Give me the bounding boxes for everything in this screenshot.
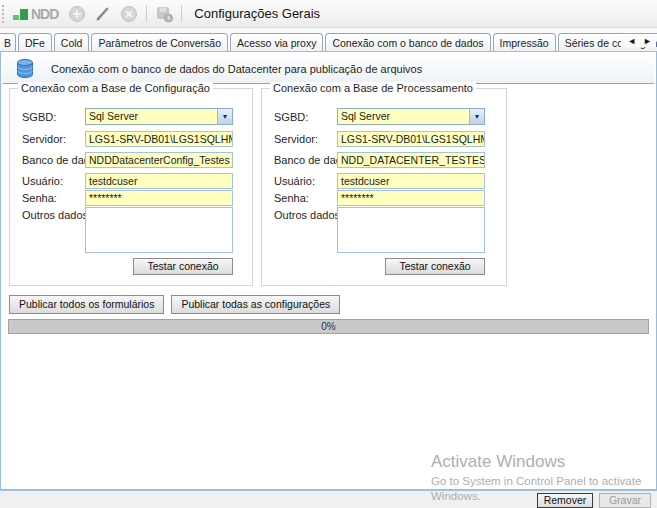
edit-button[interactable] (92, 3, 114, 25)
tab-impressao[interactable]: Impressão (493, 33, 556, 52)
servidor-input[interactable]: LGS1-SRV-DB01\LGS1SQLHMG01 (85, 131, 233, 147)
scroll-left-icon[interactable]: ◄ (627, 36, 636, 46)
datacenter-tab-page: Conexão com o banco de dados do Datacent… (0, 51, 657, 490)
sgbd-value: Sql Server (86, 109, 217, 124)
toolbar: NDD Configurações Gerais (0, 0, 657, 28)
toolbar-grip[interactable] (2, 5, 6, 23)
gravar-button[interactable]: Gravar (599, 493, 651, 508)
senha-label: Senha: (274, 192, 309, 204)
sgbd-label: SGBD: (22, 111, 56, 123)
scroll-right-icon[interactable]: ► (643, 36, 652, 46)
publicar-formularios-button[interactable]: Publicar todos os formulários (9, 295, 164, 314)
info-bar: Conexão com o banco de dados do Datacent… (3, 54, 654, 84)
save-icon (155, 5, 174, 23)
usuario-label: Usuário: (22, 175, 63, 187)
usuario-input[interactable]: testdcuser (85, 173, 233, 189)
sgbd-label: SGBD: (274, 111, 308, 123)
sgbd-value: Sql Server (338, 109, 469, 124)
senha-input[interactable]: ******** (85, 190, 233, 206)
ndd-logo-text: NDD (31, 6, 58, 22)
usuario-input[interactable]: testdcuser (337, 173, 485, 189)
outros-dados-input[interactable] (85, 207, 233, 253)
group-title: Conexão com a Base de Configuração (18, 82, 213, 94)
tab-parametros-conversao[interactable]: Parâmetros de Conversão (91, 33, 228, 52)
servidor-label: Servidor: (274, 133, 318, 145)
cancel-button[interactable] (118, 3, 140, 25)
publish-actions: Publicar todos os formulários Publicar t… (9, 295, 340, 314)
servidor-label: Servidor: (22, 133, 66, 145)
testar-conexao-button[interactable]: Testar conexão (133, 258, 233, 275)
senha-label: Senha: (22, 192, 57, 204)
toolbar-separator-2 (181, 5, 182, 22)
group-base-processamento: Conexão com a Base de Processamento SGBD… (261, 88, 507, 286)
testar-conexao-button[interactable]: Testar conexão (385, 258, 485, 275)
group-base-configuracao: Conexão com a Base de Configuração SGBD:… (9, 88, 253, 286)
plus-circle-icon (68, 5, 86, 23)
tab-acesso-proxy[interactable]: Acesso via proxy (230, 33, 323, 52)
ndd-logo: NDD (12, 6, 58, 22)
footer-bar: Remover Gravar (0, 490, 657, 508)
senha-input[interactable]: ******** (337, 190, 485, 206)
banco-input[interactable]: NDD_DATACENTER_TESTES (337, 152, 485, 168)
remover-button[interactable]: Remover (537, 493, 593, 508)
outros-dados-input[interactable] (337, 207, 485, 253)
page-title: Configurações Gerais (194, 6, 320, 21)
add-button[interactable] (66, 3, 88, 25)
ndd-logo-icon (12, 6, 29, 22)
tab-dfe[interactable]: DFe (18, 33, 52, 52)
pencil-icon (94, 5, 112, 23)
tab-conexao-banco[interactable]: Conexão com o banco de dados (325, 33, 490, 52)
tab-b[interactable]: B (0, 33, 16, 52)
progress-bar: 0% (8, 319, 649, 334)
sgbd-select[interactable]: Sql Server ▼ (85, 108, 233, 125)
info-bar-text: Conexão com o banco de dados do Datacent… (51, 63, 422, 75)
tab-scroll-buttons: ◄ ► (621, 35, 656, 47)
chevron-down-icon[interactable]: ▼ (469, 109, 484, 124)
tab-strip: B DFe Cold Parâmetros de Conversão Acess… (0, 28, 657, 52)
sgbd-select[interactable]: Sql Server ▼ (337, 108, 485, 125)
chevron-down-icon[interactable]: ▼ (217, 109, 232, 124)
group-title: Conexão com a Base de Processamento (270, 82, 476, 94)
outros-dados-label: Outros dados: (274, 209, 343, 221)
outros-dados-label: Outros dados: (22, 209, 91, 221)
toolbar-separator (146, 5, 147, 22)
publicar-configuracoes-button[interactable]: Publicar todas as configurações (171, 295, 340, 314)
servidor-input[interactable]: LGS1-SRV-DB01\LGS1SQLHMG01 (337, 131, 485, 147)
usuario-label: Usuário: (274, 175, 315, 187)
x-circle-icon (120, 5, 138, 23)
banco-input[interactable]: NDDDatacenterConfig_Testes (85, 152, 233, 168)
tab-cold[interactable]: Cold (54, 33, 90, 52)
save-button[interactable] (153, 3, 175, 25)
database-icon (16, 58, 34, 79)
